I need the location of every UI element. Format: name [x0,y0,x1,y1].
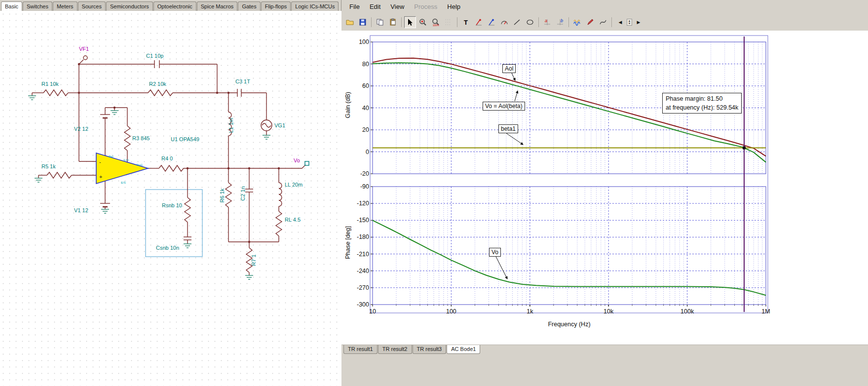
pen-button[interactable] [584,16,596,28]
label-u1[interactable]: U1 OPA549 [171,136,199,142]
zoom-in-button[interactable] [417,16,429,28]
resistor-rl[interactable] [276,211,282,236]
label-r7[interactable]: R7 1 [251,254,257,266]
label-r1[interactable]: R1 10k [41,81,59,87]
pin-label-ilim: ILim [123,158,129,161]
open-button[interactable] [344,16,356,28]
schematic-canvas[interactable]: - + Ref ILim Out1 E/S VF1 C1 10p R1 10k … [0,11,341,386]
label-vf1[interactable]: VF1 [79,46,89,52]
ellipse-tool-button[interactable] [524,16,536,28]
label-r3[interactable]: R3 845 [132,135,150,141]
svg-text:80: 80 [362,61,369,68]
menu-view[interactable]: View [385,1,409,12]
annotation-beta1[interactable]: beta1 [498,124,518,133]
tab-switches[interactable]: Switches [23,1,52,11]
svg-text:-210: -210 [357,251,369,258]
resistor-r3[interactable] [124,126,130,151]
tab-flip-flops[interactable]: Flip-flops [261,1,291,11]
tab-optoelectronic[interactable]: Optoelectronic [153,1,196,11]
bode-plot-area[interactable]: 100806040200-20-90-120-150-180-210-240-2… [341,31,868,345]
select-tool-button[interactable] [404,16,416,28]
resistor-r2[interactable] [148,90,173,96]
menu-help[interactable]: Help [442,1,465,12]
tab-basic[interactable]: Basic [1,1,22,11]
label-vg1[interactable]: VG1 [274,122,285,128]
pin-label-es: E/S [121,181,126,184]
label-c1[interactable]: C1 10p [146,53,163,59]
resistor-r5[interactable] [47,172,72,178]
label-csnb[interactable]: Csnb 10n [156,245,179,251]
text-tool-button[interactable]: T [460,16,472,28]
curve-spin-control[interactable]: ▲▼ [627,19,632,26]
line-tool-button[interactable] [511,16,523,28]
svg-text:-180: -180 [357,233,369,240]
vf1-source[interactable] [83,56,87,60]
tab-spice-macros[interactable]: Spice Macros [197,1,238,11]
label-r2[interactable]: R2 10k [149,81,166,87]
next-curve-button[interactable]: ▶ [633,16,644,28]
grid-button[interactable] [443,16,454,28]
schematic-drawing[interactable]: - + Ref ILim Out1 E/S VF1 C1 10p R1 10k … [0,11,341,386]
resistor-r6[interactable] [226,183,231,207]
resistor-rsnb[interactable] [185,197,190,222]
label-r6[interactable]: R6 1k [219,188,225,202]
label-c2[interactable]: C2 1n [240,186,246,200]
label-r4[interactable]: R4 0 [161,155,173,161]
copy-button[interactable] [374,16,386,28]
label-rl[interactable]: RL 4.5 [285,217,301,223]
label-c3[interactable]: C3 1T [235,78,250,84]
tab-ac-bode1[interactable]: AC Bode1 [447,345,480,354]
grid-icon [445,18,453,26]
annotation-aol[interactable]: Aol [502,64,516,73]
label-v1[interactable]: V1 12 [74,207,88,213]
opamp-u1[interactable] [96,153,148,184]
svg-text:-240: -240 [357,268,369,274]
tab-tr-result2[interactable]: TR result2 [378,345,412,354]
zoom-100-button[interactable]: 100% [430,16,442,28]
bode-plot-canvas[interactable]: 100806040200-20-90-120-150-180-210-240-2… [341,31,868,345]
inductor-ll[interactable] [279,183,282,206]
tab-gates[interactable]: Gates [238,1,260,11]
waveform-button[interactable] [571,16,583,28]
voltage-pin-button[interactable] [473,16,485,28]
label-r5[interactable]: R5 1k [41,163,56,169]
marker-a-button[interactable]: a [541,16,553,28]
label-l1[interactable]: L1 1m [228,118,234,133]
annotation-vo-phase[interactable]: Vo [489,248,501,257]
menubar: File Edit View Process Help [341,0,868,13]
prev-curve-button[interactable]: ◀ [614,16,626,28]
curve-button[interactable] [597,16,609,28]
vo-terminal[interactable] [305,161,309,165]
annotation-vo-beta[interactable]: Vo = Aol(beta) [483,102,525,111]
svg-text:60: 60 [362,82,369,89]
marker-b-button[interactable]: b [554,16,566,28]
frequency-axis-title: Frequency (Hz) [373,321,766,328]
svg-text:1M: 1M [761,308,770,315]
meter-button[interactable] [498,16,510,28]
label-ll[interactable]: LL 20m [285,182,302,188]
tab-meters[interactable]: Meters [53,1,77,11]
circuit-wires[interactable] [32,56,309,275]
tab-logic-ics-mcus[interactable]: Logic ICs-MCUs [291,1,339,11]
menu-file[interactable]: File [344,1,365,12]
toolbar: 100% T a b ◀ ▲▼ ▶ [341,13,868,32]
paste-button[interactable] [387,16,399,28]
cursor-icon [406,18,414,26]
menu-edit[interactable]: Edit [365,1,385,12]
label-v2[interactable]: V2 12 [74,126,88,132]
resistor-r1[interactable] [43,90,68,96]
label-vo[interactable]: Vo [294,157,300,163]
menu-process: Process [409,1,442,12]
label-rsnb[interactable]: Rsnb 10 [162,202,182,208]
save-button[interactable] [357,16,369,28]
ellipse-icon [526,18,534,26]
tab-tr-result3[interactable]: TR result3 [413,345,447,354]
resistor-r4[interactable] [159,165,184,171]
tab-semiconductors[interactable]: Semiconductors [106,1,153,11]
phase-margin-box[interactable]: Phase margin: 81.50 at frequency (Hz): 5… [662,93,742,114]
tab-tr-result1[interactable]: TR result1 [343,345,377,354]
opamp-minus-sign: - [99,159,101,165]
current-pin-button[interactable] [486,16,497,28]
tab-sources[interactable]: Sources [78,1,106,11]
svg-text:-150: -150 [357,217,369,224]
